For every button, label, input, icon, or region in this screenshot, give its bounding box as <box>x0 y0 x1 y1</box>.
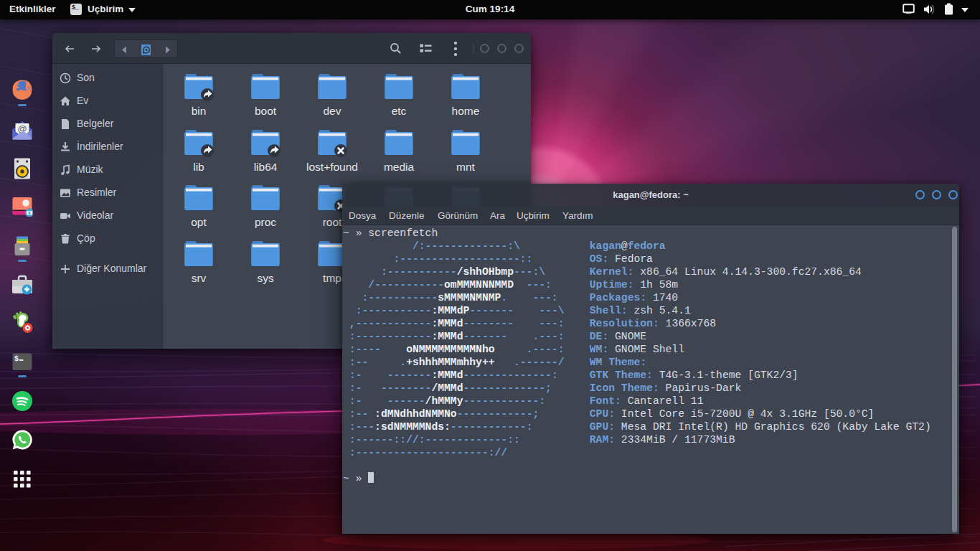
svg-text:$: $ <box>14 355 19 363</box>
